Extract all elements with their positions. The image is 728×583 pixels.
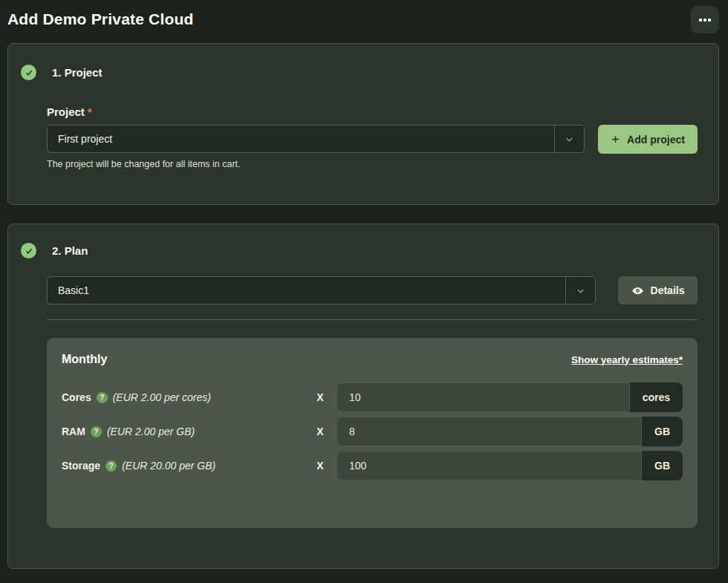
ram-input-group: GB	[337, 417, 683, 446]
storage-price-note: (EUR 20.00 per GB)	[122, 460, 215, 472]
ram-unit-addon: GB	[642, 417, 683, 446]
storage-unit-addon: GB	[642, 451, 683, 481]
project-helper-text: The project will be changed for all item…	[47, 159, 698, 169]
project-form-row: First project Add project	[47, 125, 698, 154]
storage-label: Storage ? (EUR 20.00 per GB)	[62, 460, 313, 472]
plus-icon	[611, 134, 620, 144]
plan-select-arrow-zone[interactable]	[565, 277, 595, 304]
cores-label: Cores ? (EUR 2.00 per cores)	[62, 391, 313, 403]
page-title: Add Demo Private Cloud	[7, 10, 194, 28]
plan-form-row: Basic1 Details	[47, 276, 698, 304]
cores-input[interactable]	[337, 382, 629, 412]
storage-input-group: GB	[337, 451, 683, 481]
plan-divider	[47, 319, 698, 320]
required-asterisk: *	[88, 105, 92, 118]
project-section: 1. Project Project* First project Add pr…	[7, 43, 719, 205]
project-select-value: First project	[58, 133, 112, 145]
plan-select[interactable]: Basic1	[47, 276, 596, 304]
ram-label: RAM ? (EUR 2.00 per GB)	[62, 426, 313, 437]
add-project-button[interactable]: Add project	[598, 125, 698, 154]
step-complete-icon	[21, 65, 36, 80]
help-icon[interactable]: ?	[97, 392, 108, 403]
more-options-button[interactable]	[691, 6, 719, 33]
project-step-header: 1. Project	[8, 44, 718, 80]
monthly-estimate-card: Monthly Show yearly estimates* Cores ? (…	[47, 338, 698, 528]
cores-input-group: cores	[337, 382, 683, 412]
plan-section-body: Basic1 Details Monthly Show yearly estim…	[8, 276, 718, 528]
step-complete-icon	[21, 243, 36, 258]
plan-section: 2. Plan Basic1 Details Mont	[7, 224, 719, 569]
ellipsis-icon	[708, 19, 711, 22]
plan-details-button[interactable]: Details	[618, 276, 698, 304]
page-header: Add Demo Private Cloud	[0, 0, 728, 43]
ram-price-note: (EUR 2.00 per GB)	[107, 426, 195, 437]
chevron-down-icon	[564, 134, 575, 145]
chevron-down-icon	[575, 285, 586, 296]
ram-input[interactable]	[337, 417, 641, 446]
plan-step-title: 2. Plan	[52, 244, 88, 257]
project-select[interactable]: First project	[47, 125, 585, 153]
plan-select-value: Basic1	[58, 284, 89, 296]
project-section-body: Project* First project Add project The p…	[8, 105, 718, 169]
cores-unit-addon: cores	[630, 382, 683, 412]
project-field-label: Project*	[47, 105, 698, 118]
plan-step-header: 2. Plan	[8, 224, 718, 258]
estimate-row-ram: RAM ? (EUR 2.00 per GB) X GB	[62, 417, 683, 446]
help-icon[interactable]: ?	[105, 460, 117, 472]
cores-price-note: (EUR 2.00 per cores)	[113, 391, 211, 403]
ellipsis-icon	[699, 19, 702, 22]
help-icon[interactable]: ?	[91, 426, 102, 437]
multiplier-symbol: X	[316, 426, 325, 437]
estimate-rows: Cores ? (EUR 2.00 per cores) X cores RAM…	[62, 382, 683, 481]
storage-input[interactable]	[337, 451, 641, 481]
estimate-row-storage: Storage ? (EUR 20.00 per GB) X GB	[62, 451, 683, 481]
eye-icon	[631, 284, 644, 297]
ellipsis-icon	[703, 19, 706, 22]
estimate-card-header: Monthly Show yearly estimates*	[62, 353, 683, 366]
estimate-row-cores: Cores ? (EUR 2.00 per cores) X cores	[62, 382, 683, 412]
multiplier-symbol: X	[316, 460, 325, 472]
project-select-arrow-zone[interactable]	[554, 126, 584, 152]
estimate-card-title: Monthly	[62, 353, 107, 366]
project-step-title: 1. Project	[52, 66, 103, 79]
show-yearly-estimates-link[interactable]: Show yearly estimates*	[571, 354, 683, 365]
multiplier-symbol: X	[316, 391, 325, 403]
